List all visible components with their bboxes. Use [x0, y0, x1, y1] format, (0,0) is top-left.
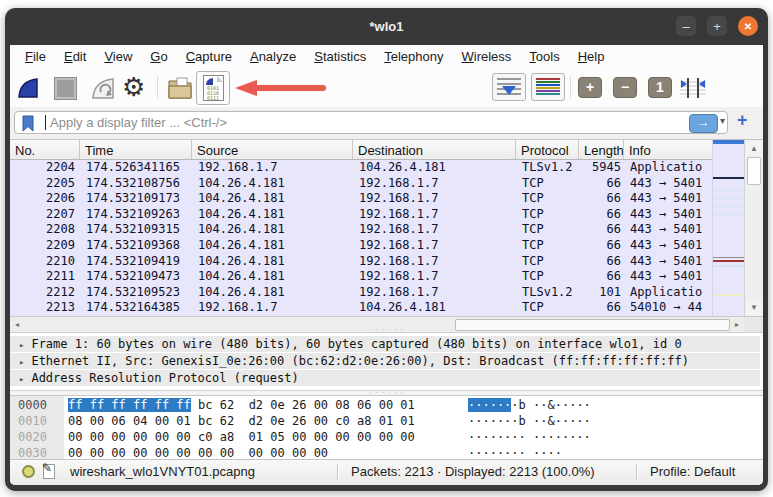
menu-item-view[interactable]: View: [95, 46, 141, 67]
packet-row[interactable]: 2205174.532108756104.26.4.181192.168.1.7…: [10, 176, 712, 192]
packet-row[interactable]: 2210174.532109419104.26.4.181192.168.1.7…: [10, 254, 712, 270]
window-content: FileEditViewGoCaptureAnalyzeStatisticsTe…: [10, 45, 763, 485]
hex-bytes[interactable]: 00 00 00 00 00 00 c0 a8 01 05 00 00 00 0…: [68, 430, 415, 445]
toolbar-separator: [570, 76, 571, 98]
menu-item-wireless[interactable]: Wireless: [453, 46, 521, 67]
status-bar: ✎ wireshark_wlo1VNYT01.pcapng Packets: 2…: [10, 459, 763, 485]
text-caret: [45, 115, 46, 130]
packet-counts: Packets: 2213 · Displayed: 2213 (100.0%): [351, 464, 595, 479]
scrollbar-corner: [744, 316, 763, 332]
minimap-mark: [713, 213, 745, 215]
menu-item-tools[interactable]: Tools: [520, 46, 568, 67]
capture-filename: wireshark_wlo1VNYT01.pcapng: [70, 464, 255, 479]
hex-ascii[interactable]: ·······b ··&·····: [468, 414, 591, 429]
packet-row[interactable]: 2206174.532109173104.26.4.181192.168.1.7…: [10, 191, 712, 207]
detail-row-text: Frame 1: 60 bytes on wire (480 bits), 60…: [31, 337, 681, 351]
wireshark-window: *wlo1 – + ✕ FileEditViewGoCaptureAnalyze…: [5, 8, 768, 491]
detail-row[interactable]: ▸Address Resolution Protocol (request): [10, 370, 760, 386]
column-header-length[interactable]: Length: [579, 140, 624, 159]
filter-bookmark-icon[interactable]: [21, 115, 35, 133]
column-header-no[interactable]: No.: [10, 140, 80, 159]
column-header-time[interactable]: Time: [80, 140, 192, 159]
minimap-mark: [713, 260, 745, 262]
horizontal-scrollbar-thumb[interactable]: [455, 319, 730, 331]
apply-filter-button[interactable]: →: [689, 114, 718, 133]
zoom-in-button[interactable]: +: [578, 77, 602, 98]
save-file-button[interactable]: 0101 0110 0111: [196, 71, 230, 105]
hex-bytes[interactable]: 08 00 06 04 00 01 bc 62 d2 0e 26 00 c0 a…: [68, 414, 415, 429]
menu-item-help[interactable]: Help: [569, 46, 614, 67]
minimap-mark: [713, 177, 745, 179]
scroll-up-icon[interactable]: ▲: [746, 141, 762, 156]
column-header-destination[interactable]: Destination: [353, 140, 516, 159]
scroll-down-icon[interactable]: ▼: [746, 300, 762, 315]
menu-item-statistics[interactable]: Statistics: [305, 46, 375, 67]
statusbar-separator: [337, 464, 338, 480]
expand-arrow-icon[interactable]: ▸: [19, 374, 24, 384]
minimap-viewport[interactable]: [713, 140, 745, 144]
main-toolbar: ⚙ 0101 0110 0111: [10, 68, 763, 108]
auto-scroll-button[interactable]: [492, 73, 526, 101]
close-button[interactable]: ✕: [738, 16, 758, 36]
menu-item-telephony[interactable]: Telephony: [375, 46, 452, 67]
start-capture-icon[interactable]: [16, 76, 40, 100]
resize-columns-icon[interactable]: [680, 78, 706, 98]
pane-splitter-handle[interactable]: · · · · · ·: [369, 390, 404, 395]
display-filter-input[interactable]: Apply a display filter ... <Ctrl-/> → ▾: [14, 111, 728, 134]
expert-info-icon[interactable]: [22, 465, 35, 478]
detail-row[interactable]: ▸Frame 1: 60 bytes on wire (480 bits), 6…: [10, 336, 760, 352]
column-header-protocol[interactable]: Protocol: [516, 140, 579, 159]
filter-placeholder: Apply a display filter ... <Ctrl-/>: [50, 115, 227, 130]
add-filter-button[interactable]: +: [737, 111, 748, 129]
menu-item-file[interactable]: File: [16, 46, 55, 67]
filter-dropdown-icon[interactable]: ▾: [720, 115, 725, 126]
scroll-right-icon[interactable]: ▸: [730, 317, 744, 332]
packet-row[interactable]: 2211174.532109473104.26.4.181192.168.1.7…: [10, 269, 712, 285]
vertical-scrollbar-thumb[interactable]: [747, 157, 761, 185]
auto-scroll-icon: [497, 78, 521, 96]
maximize-button[interactable]: +: [707, 16, 727, 36]
open-file-folder-icon[interactable]: [167, 76, 193, 100]
hex-bytes[interactable]: ff ff ff ff ff ff bc 62 d2 0e 26 00 08 0…: [68, 398, 415, 413]
profile-label[interactable]: Profile: Default: [650, 464, 735, 479]
vertical-scrollbar[interactable]: ▲ ▼: [744, 140, 763, 316]
minimap-mark: [713, 265, 745, 267]
annotation-arrow-icon: [234, 79, 328, 97]
hex-offset: 0010: [18, 414, 47, 429]
column-header-info[interactable]: Info: [624, 140, 712, 159]
titlebar[interactable]: *wlo1 – + ✕: [5, 8, 768, 45]
minimap-mark: [713, 257, 745, 258]
hex-ascii[interactable]: ········ ········: [468, 430, 591, 445]
hex-ascii[interactable]: ·······b ··&·····: [468, 398, 591, 413]
packet-row[interactable]: 2212174.532109523104.26.4.181192.168.1.7…: [10, 285, 712, 301]
expand-arrow-icon[interactable]: ▸: [19, 340, 24, 350]
normal-size-button[interactable]: 1: [648, 77, 672, 98]
packet-row[interactable]: 2204174.526341165192.168.1.7104.26.4.181…: [10, 160, 712, 176]
hex-offset: 0020: [18, 430, 47, 445]
menu-item-analyze[interactable]: Analyze: [241, 46, 305, 67]
capture-comment-icon[interactable]: ✎: [43, 464, 55, 479]
capture-options-gear-icon[interactable]: ⚙: [122, 73, 145, 101]
packet-row[interactable]: 2213174.532164385192.168.1.7104.26.4.181…: [10, 300, 712, 316]
menu-item-edit[interactable]: Edit: [55, 46, 95, 67]
packet-row[interactable]: 2209174.532109368104.26.4.181192.168.1.7…: [10, 238, 712, 254]
menu-item-go[interactable]: Go: [141, 46, 176, 67]
scroll-left-icon[interactable]: ◂: [10, 317, 24, 332]
restart-capture-icon[interactable]: [90, 75, 116, 101]
packet-row[interactable]: 2207174.532109263104.26.4.181192.168.1.7…: [10, 207, 712, 223]
stop-capture-icon[interactable]: [54, 77, 77, 100]
column-header-source[interactable]: Source: [192, 140, 353, 159]
menu-item-capture[interactable]: Capture: [177, 46, 241, 67]
packet-list-minimap[interactable]: [712, 140, 745, 316]
hex-offset: 0000: [18, 398, 47, 413]
packet-row[interactable]: 2208174.532109315104.26.4.181192.168.1.7…: [10, 222, 712, 238]
zoom-out-button[interactable]: −: [613, 77, 637, 98]
detail-row[interactable]: ▸Ethernet II, Src: GenexisI_0e:26:00 (bc…: [10, 353, 760, 369]
expand-arrow-icon[interactable]: ▸: [19, 357, 24, 367]
colorize-button[interactable]: [531, 73, 565, 101]
window-title: *wlo1: [370, 19, 404, 34]
hex-row[interactable]: 002000 00 00 00 00 00 c0 a8 01 05 00 00 …: [10, 430, 763, 445]
minimize-button[interactable]: –: [676, 16, 696, 36]
hex-row[interactable]: 0000ff ff ff ff ff ff bc 62 d2 0e 26 00 …: [10, 398, 763, 413]
hex-row[interactable]: 001008 00 06 04 00 01 bc 62 d2 0e 26 00 …: [10, 414, 763, 429]
